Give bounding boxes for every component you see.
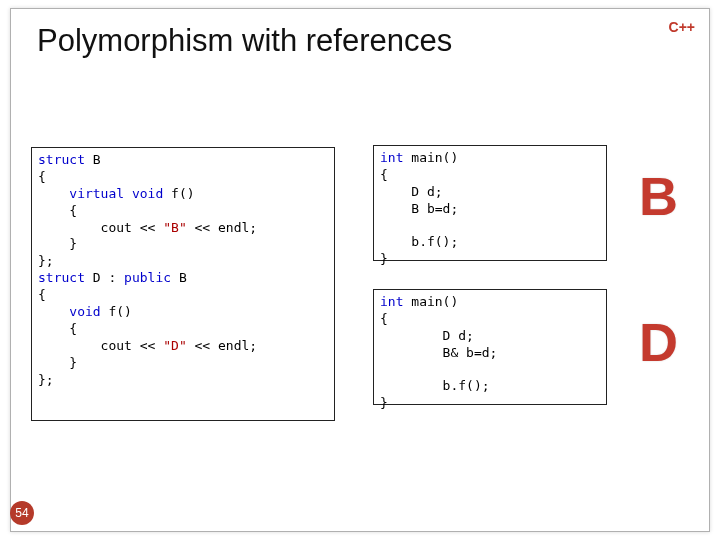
output-letter-d: D: [639, 311, 678, 373]
code-text: struct: [38, 152, 85, 167]
code-text: << endl;: [187, 338, 257, 353]
code-text: }: [380, 251, 388, 266]
code-text: {: [38, 169, 46, 184]
code-text: {: [38, 203, 77, 218]
code-text: };: [38, 372, 54, 387]
code-text: << endl;: [187, 220, 257, 235]
code-text: B: [171, 270, 187, 285]
slide-number-badge: 54: [10, 501, 34, 525]
code-text: void: [38, 304, 101, 319]
slide-title: Polymorphism with references: [37, 23, 452, 59]
code-text: public: [124, 270, 171, 285]
code-text: int: [380, 150, 403, 165]
code-text: B& b=d;: [380, 345, 497, 360]
code-box-main-reference: int main() { D d; B& b=d; b.f(); }: [373, 289, 607, 405]
code-box-main-slicing: int main() { D d; B b=d; b.f(); }: [373, 145, 607, 261]
code-text: main(): [403, 294, 458, 309]
code-text: {: [38, 321, 77, 336]
code-text: virtual: [38, 186, 124, 201]
code-text: B: [85, 152, 101, 167]
code-text: D d;: [380, 184, 443, 199]
code-text: f(): [101, 304, 132, 319]
code-text: "B": [163, 220, 186, 235]
code-text: {: [380, 167, 388, 182]
code-text: cout <<: [38, 338, 163, 353]
code-text: {: [38, 287, 46, 302]
code-text: struct: [38, 270, 85, 285]
code-text: D d;: [380, 328, 474, 343]
code-text: b.f();: [380, 378, 490, 393]
code-box-definitions: struct B { virtual void f() { cout << "B…: [31, 147, 335, 421]
code-text: }: [38, 236, 77, 251]
code-text: cout <<: [38, 220, 163, 235]
code-text: int: [380, 294, 403, 309]
code-text: };: [38, 253, 54, 268]
code-text: [124, 186, 132, 201]
code-text: "D": [163, 338, 186, 353]
code-text: B b=d;: [380, 201, 458, 216]
code-text: void: [132, 186, 163, 201]
language-label: C++: [669, 19, 695, 35]
code-text: b.f();: [380, 234, 458, 249]
code-text: }: [38, 355, 77, 370]
code-text: {: [380, 311, 388, 326]
code-text: D :: [85, 270, 124, 285]
output-letter-b: B: [639, 165, 678, 227]
code-text: main(): [403, 150, 458, 165]
code-text: }: [380, 395, 388, 410]
code-text: f(): [163, 186, 194, 201]
slide-frame: C++ Polymorphism with references struct …: [10, 8, 710, 532]
